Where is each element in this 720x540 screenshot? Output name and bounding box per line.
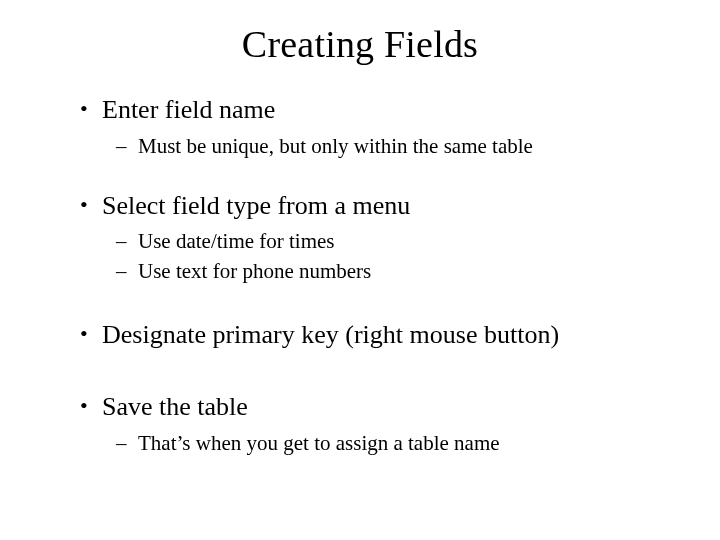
sub-text: Must be unique, but only within the same… — [138, 133, 533, 160]
bullet-text: Select field type from a menu — [102, 190, 410, 223]
bullet-icon: • — [80, 98, 102, 120]
bullet-group-0: • Enter field name – Must be unique, but… — [80, 94, 670, 160]
bullet-item: • Designate primary key (right mouse but… — [80, 319, 670, 352]
bullet-icon: • — [80, 323, 102, 345]
dash-icon: – — [116, 258, 138, 285]
bullet-item: • Enter field name — [80, 94, 670, 127]
sub-text: Use date/time for times — [138, 228, 335, 255]
sub-text: Use text for phone numbers — [138, 258, 371, 285]
bullet-item: • Select field type from a menu — [80, 190, 670, 223]
bullet-text: Save the table — [102, 391, 248, 424]
slide-title: Creating Fields — [50, 22, 670, 66]
bullet-group-2: • Designate primary key (right mouse but… — [80, 319, 670, 352]
sub-item: – Use date/time for times — [116, 228, 670, 255]
bullet-text: Designate primary key (right mouse butto… — [102, 319, 559, 352]
dash-icon: – — [116, 228, 138, 255]
sub-item: – Must be unique, but only within the sa… — [116, 133, 670, 160]
sub-item: – Use text for phone numbers — [116, 258, 670, 285]
bullet-group-1: • Select field type from a menu – Use da… — [80, 190, 670, 285]
dash-icon: – — [116, 133, 138, 160]
dash-icon: – — [116, 430, 138, 457]
bullet-text: Enter field name — [102, 94, 275, 127]
sub-text: That’s when you get to assign a table na… — [138, 430, 500, 457]
sub-item: – That’s when you get to assign a table … — [116, 430, 670, 457]
bullet-group-3: • Save the table – That’s when you get t… — [80, 391, 670, 457]
bullet-icon: • — [80, 194, 102, 216]
bullet-icon: • — [80, 395, 102, 417]
bullet-item: • Save the table — [80, 391, 670, 424]
